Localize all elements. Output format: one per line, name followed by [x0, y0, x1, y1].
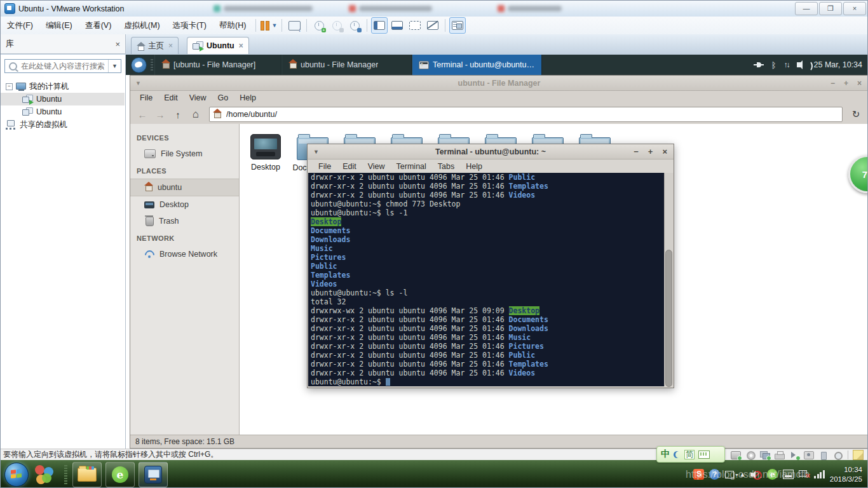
volume-icon[interactable] [797, 62, 801, 67]
library-view-button[interactable] [449, 17, 466, 34]
help-tray-icon[interactable]: ? [709, 469, 720, 480]
ime-simplified-button[interactable]: 简 [684, 450, 695, 459]
fm-menu-Edit[interactable]: Edit [158, 93, 184, 102]
back-button[interactable]: ← [134, 107, 151, 122]
window-menu-icon[interactable]: ▼ [135, 80, 141, 86]
sound-status-icon[interactable] [789, 451, 799, 459]
close-library-icon[interactable]: × [115, 39, 120, 49]
power-plug-icon[interactable] [754, 62, 764, 67]
vmware-menu-2[interactable]: 查看(V) [79, 17, 118, 34]
fm-menu-Help[interactable]: Help [234, 93, 262, 102]
tree-item-Ubuntu[interactable]: Ubuntu [1, 93, 125, 105]
terminal-maximize-icon[interactable]: + [648, 147, 653, 156]
file-manager-titlebar[interactable]: ▼ ubuntu - File Manager − + × [130, 76, 868, 91]
vmware-titlebar[interactable]: Ubuntu - VMware Workstation — ❐ × [1, 1, 868, 17]
vmware-taskbar-button[interactable] [139, 462, 168, 487]
send-ctrl-alt-del-button[interactable] [286, 17, 302, 34]
usb-status-icon[interactable] [818, 451, 829, 459]
search-dropdown-icon[interactable]: ▼ [108, 60, 121, 72]
guest-clock[interactable]: 25 Mar, 10:34 [814, 60, 862, 69]
unity-mode-button[interactable] [424, 17, 441, 34]
task-button-1[interactable]: ubuntu - File Manager [281, 55, 412, 75]
scrollbar-thumb[interactable] [665, 250, 672, 387]
terminal-menu-Help[interactable]: Help [460, 162, 488, 171]
ime-tray-icon[interactable] [783, 470, 794, 479]
tray-clock[interactable]: 10:34 2018/3/25 [830, 465, 865, 484]
browser-taskbar-button[interactable]: e [105, 462, 135, 487]
close-tab-icon[interactable]: × [239, 41, 243, 50]
network-updown-icon[interactable]: ↑↓ [784, 60, 789, 69]
chevron-down-icon[interactable]: ▼ [271, 22, 277, 29]
window-menu-icon[interactable]: ▼ [313, 149, 319, 155]
fm-close-icon[interactable]: × [857, 79, 862, 88]
show-library-sidebar-button[interactable] [371, 17, 388, 34]
language-bar-restore-icon[interactable] [725, 471, 734, 478]
webcam-status-icon[interactable] [833, 451, 843, 459]
up-button[interactable]: ↑ [170, 107, 186, 122]
terminal-menu-View[interactable]: View [362, 162, 391, 171]
taskbar-grip[interactable] [64, 465, 67, 484]
fullscreen-button[interactable] [407, 17, 423, 34]
home-button[interactable]: ⌂ [187, 107, 204, 122]
pause-vm-button[interactable]: ▼ [260, 17, 278, 34]
whisker-menu-icon[interactable] [131, 57, 147, 73]
explorer-taskbar-button[interactable] [72, 462, 102, 487]
terminal-minimize-icon[interactable]: − [634, 147, 639, 156]
tree-item-Ubuntu[interactable]: Ubuntu [1, 105, 125, 118]
close-tab-icon[interactable]: × [168, 41, 173, 50]
tree-item-共享的虚拟机[interactable]: 共享的虚拟机 [1, 118, 125, 131]
fm-menu-View[interactable]: View [184, 93, 212, 102]
sogou-tray-icon[interactable]: S [693, 469, 704, 480]
ime-fullhalf-icon[interactable] [674, 451, 681, 458]
take-snapshot-button[interactable]: + [311, 17, 327, 34]
forward-button[interactable]: → [152, 107, 168, 122]
vmware-menu-5[interactable]: 帮助(H) [213, 17, 252, 34]
revert-snapshot-button[interactable] [329, 17, 345, 34]
task-button-2[interactable]: Terminal - ubuntu@ubuntu: ~ [412, 55, 542, 75]
volume-muted-icon[interactable] [750, 470, 762, 479]
terminal-menu-Edit[interactable]: Edit [337, 162, 362, 171]
colorful-app-icon[interactable] [34, 464, 54, 485]
terminal-menu-File[interactable]: File [313, 162, 337, 171]
terminal-menu-Terminal[interactable]: Terminal [391, 162, 432, 171]
sidebar-item-Desktop[interactable]: Desktop [130, 196, 239, 213]
restore-button[interactable]: ❐ [819, 2, 842, 15]
tree-item-我的计算机[interactable]: −我的计算机 [1, 80, 125, 93]
ime-mode-button[interactable]: 中 [661, 449, 670, 460]
terminal-scrollbar[interactable] [664, 173, 673, 386]
address-bar[interactable] [209, 107, 843, 122]
show-hidden-icons-button[interactable]: ▲ [739, 471, 745, 478]
manage-snapshots-button[interactable] [346, 17, 363, 34]
minimize-button[interactable]: — [795, 2, 818, 15]
fm-maximize-icon[interactable]: + [844, 79, 848, 88]
terminal-close-icon[interactable]: × [662, 147, 667, 156]
tab-ubuntu[interactable]: Ubuntu × [187, 37, 249, 54]
vmware-menu-1[interactable]: 编辑(E) [39, 17, 79, 34]
file-item-Desktop[interactable]: Desktop [242, 132, 289, 172]
vmware-menu-0[interactable]: 文件(F) [1, 17, 39, 34]
ime-keyboard-icon[interactable] [698, 451, 710, 459]
sidebar-item-ubuntu[interactable]: ubuntu [130, 179, 239, 196]
display-status-icon[interactable] [804, 451, 814, 459]
library-search-box[interactable]: ▼ [4, 59, 121, 73]
terminal-menu-Tabs[interactable]: Tabs [432, 162, 460, 171]
hard-disk-status-icon[interactable] [731, 451, 741, 459]
reload-button[interactable]: ↻ [848, 107, 864, 122]
sidebar-item-File System[interactable]: File System [130, 146, 239, 162]
fm-menu-Go[interactable]: Go [212, 93, 234, 102]
search-input[interactable] [20, 61, 108, 71]
network-adapter-status-icon[interactable] [760, 451, 770, 459]
printer-status-icon[interactable] [775, 451, 785, 459]
sidebar-item-Browse Network[interactable]: Browse Network [130, 246, 239, 262]
path-input[interactable] [225, 109, 839, 119]
vmware-menu-4[interactable]: 选项卡(T) [166, 17, 213, 34]
message-log-icon[interactable] [853, 450, 864, 460]
browser-tray-icon[interactable]: e [767, 469, 778, 480]
cdrom-status-icon[interactable] [745, 451, 756, 459]
sidebar-item-Trash[interactable]: Trash [130, 213, 239, 229]
close-button[interactable]: × [843, 2, 866, 15]
task-button-0[interactable]: [ubuntu - File Manager] [154, 55, 281, 75]
fm-menu-File[interactable]: File [134, 93, 158, 102]
terminal-titlebar[interactable]: ▼ Terminal - ubuntu@ubuntu: ~ − + × [308, 144, 674, 159]
bluetooth-icon[interactable]: ᛒ [771, 61, 776, 69]
